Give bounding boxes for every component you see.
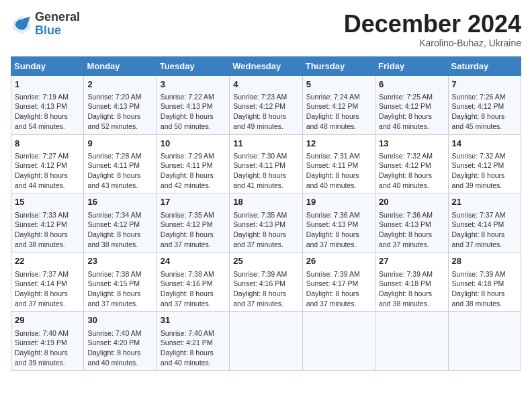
calendar-cell: 27Sunrise: 7:39 AMSunset: 4:18 PMDayligh…	[375, 253, 448, 312]
day-number: 4	[233, 79, 298, 91]
day-info: Sunrise: 7:32 AMSunset: 4:12 PMDaylight:…	[452, 151, 517, 191]
day-info: Sunrise: 7:37 AMSunset: 4:14 PMDaylight:…	[452, 210, 517, 250]
day-info: Sunrise: 7:33 AMSunset: 4:12 PMDaylight:…	[15, 210, 80, 250]
calendar-week-row: 1Sunrise: 7:19 AMSunset: 4:13 PMDaylight…	[11, 75, 521, 134]
day-info: Sunrise: 7:31 AMSunset: 4:11 PMDaylight:…	[306, 151, 371, 191]
calendar-cell: 2Sunrise: 7:20 AMSunset: 4:13 PMDaylight…	[84, 75, 157, 134]
location-subtitle: Karolino-Buhaz, Ukraine	[344, 38, 521, 48]
calendar-cell: 10Sunrise: 7:29 AMSunset: 4:11 PMDayligh…	[157, 134, 229, 193]
calendar-cell: 5Sunrise: 7:24 AMSunset: 4:12 PMDaylight…	[302, 75, 375, 134]
day-number: 29	[15, 314, 80, 326]
day-number: 19	[306, 196, 371, 208]
calendar-cell	[448, 312, 521, 371]
day-number: 8	[15, 138, 80, 150]
day-info: Sunrise: 7:35 AMSunset: 4:13 PMDaylight:…	[233, 210, 298, 250]
weekday-header: Sunday	[11, 56, 84, 75]
day-info: Sunrise: 7:36 AMSunset: 4:13 PMDaylight:…	[379, 210, 444, 250]
logo-text: General Blue	[35, 11, 80, 38]
day-info: Sunrise: 7:38 AMSunset: 4:16 PMDaylight:…	[161, 269, 226, 309]
day-number: 26	[306, 255, 371, 267]
calendar-cell: 28Sunrise: 7:39 AMSunset: 4:18 PMDayligh…	[448, 253, 521, 312]
day-number: 30	[87, 314, 152, 326]
weekday-row: SundayMondayTuesdayWednesdayThursdayFrid…	[11, 56, 521, 75]
calendar-body: 1Sunrise: 7:19 AMSunset: 4:13 PMDaylight…	[11, 75, 521, 371]
day-number: 13	[379, 138, 444, 150]
day-number: 20	[379, 196, 444, 208]
calendar-week-row: 22Sunrise: 7:37 AMSunset: 4:14 PMDayligh…	[11, 253, 521, 312]
calendar-cell: 23Sunrise: 7:38 AMSunset: 4:15 PMDayligh…	[84, 253, 157, 312]
day-number: 14	[452, 138, 517, 150]
day-info: Sunrise: 7:30 AMSunset: 4:11 PMDaylight:…	[233, 151, 298, 191]
day-info: Sunrise: 7:39 AMSunset: 4:18 PMDaylight:…	[452, 269, 517, 309]
calendar-cell: 16Sunrise: 7:34 AMSunset: 4:12 PMDayligh…	[84, 193, 157, 253]
day-info: Sunrise: 7:39 AMSunset: 4:18 PMDaylight:…	[379, 269, 444, 309]
calendar-cell: 17Sunrise: 7:35 AMSunset: 4:12 PMDayligh…	[157, 193, 229, 253]
calendar-table: SundayMondayTuesdayWednesdayThursdayFrid…	[11, 56, 521, 371]
day-info: Sunrise: 7:29 AMSunset: 4:11 PMDaylight:…	[161, 151, 226, 191]
day-number: 18	[233, 196, 298, 208]
calendar-cell: 14Sunrise: 7:32 AMSunset: 4:12 PMDayligh…	[448, 134, 521, 193]
day-info: Sunrise: 7:27 AMSunset: 4:12 PMDaylight:…	[15, 151, 80, 191]
calendar-cell: 1Sunrise: 7:19 AMSunset: 4:13 PMDaylight…	[11, 75, 84, 134]
calendar-cell: 11Sunrise: 7:30 AMSunset: 4:11 PMDayligh…	[230, 134, 302, 193]
month-title: December 2024	[344, 11, 521, 38]
day-number: 24	[161, 255, 226, 267]
logo: General Blue	[11, 11, 80, 38]
day-number: 9	[87, 138, 152, 150]
calendar-cell: 12Sunrise: 7:31 AMSunset: 4:11 PMDayligh…	[302, 134, 375, 193]
calendar-week-row: 15Sunrise: 7:33 AMSunset: 4:12 PMDayligh…	[11, 193, 521, 253]
calendar-cell: 19Sunrise: 7:36 AMSunset: 4:13 PMDayligh…	[302, 193, 375, 253]
day-number: 12	[306, 138, 371, 150]
day-info: Sunrise: 7:19 AMSunset: 4:13 PMDaylight:…	[15, 92, 80, 132]
day-info: Sunrise: 7:34 AMSunset: 4:12 PMDaylight:…	[87, 210, 152, 250]
day-info: Sunrise: 7:39 AMSunset: 4:17 PMDaylight:…	[306, 269, 371, 309]
calendar-cell: 21Sunrise: 7:37 AMSunset: 4:14 PMDayligh…	[448, 193, 521, 253]
day-info: Sunrise: 7:25 AMSunset: 4:12 PMDaylight:…	[379, 92, 444, 132]
day-number: 22	[15, 255, 80, 267]
day-info: Sunrise: 7:26 AMSunset: 4:12 PMDaylight:…	[452, 92, 517, 132]
calendar-week-row: 29Sunrise: 7:40 AMSunset: 4:19 PMDayligh…	[11, 312, 521, 371]
weekday-header: Thursday	[302, 56, 375, 75]
calendar-cell: 9Sunrise: 7:28 AMSunset: 4:11 PMDaylight…	[84, 134, 157, 193]
day-number: 10	[161, 138, 226, 150]
calendar-cell: 8Sunrise: 7:27 AMSunset: 4:12 PMDaylight…	[11, 134, 84, 193]
weekday-header: Tuesday	[157, 56, 229, 75]
day-number: 16	[87, 196, 152, 208]
day-number: 25	[233, 255, 298, 267]
day-info: Sunrise: 7:38 AMSunset: 4:15 PMDaylight:…	[87, 269, 152, 309]
day-number: 27	[379, 255, 444, 267]
calendar-cell: 15Sunrise: 7:33 AMSunset: 4:12 PMDayligh…	[11, 193, 84, 253]
day-info: Sunrise: 7:40 AMSunset: 4:21 PMDaylight:…	[161, 328, 226, 368]
day-info: Sunrise: 7:23 AMSunset: 4:12 PMDaylight:…	[233, 92, 298, 132]
calendar-cell: 18Sunrise: 7:35 AMSunset: 4:13 PMDayligh…	[230, 193, 302, 253]
calendar-cell: 30Sunrise: 7:40 AMSunset: 4:20 PMDayligh…	[84, 312, 157, 371]
day-number: 15	[15, 196, 80, 208]
day-info: Sunrise: 7:24 AMSunset: 4:12 PMDaylight:…	[306, 92, 371, 132]
weekday-header: Wednesday	[230, 56, 302, 75]
day-number: 7	[452, 79, 517, 91]
day-info: Sunrise: 7:28 AMSunset: 4:11 PMDaylight:…	[87, 151, 152, 191]
day-number: 23	[87, 255, 152, 267]
calendar-week-row: 8Sunrise: 7:27 AMSunset: 4:12 PMDaylight…	[11, 134, 521, 193]
page-header: General Blue December 2024 Karolino-Buha…	[11, 11, 521, 48]
day-info: Sunrise: 7:37 AMSunset: 4:14 PMDaylight:…	[15, 269, 80, 309]
day-number: 11	[233, 138, 298, 150]
calendar-cell: 26Sunrise: 7:39 AMSunset: 4:17 PMDayligh…	[302, 253, 375, 312]
calendar-cell: 7Sunrise: 7:26 AMSunset: 4:12 PMDaylight…	[448, 75, 521, 134]
day-number: 28	[452, 255, 517, 267]
day-number: 31	[161, 314, 226, 326]
title-block: December 2024 Karolino-Buhaz, Ukraine	[344, 11, 521, 48]
calendar-cell: 4Sunrise: 7:23 AMSunset: 4:12 PMDaylight…	[230, 75, 302, 134]
day-info: Sunrise: 7:35 AMSunset: 4:12 PMDaylight:…	[161, 210, 226, 250]
day-number: 3	[161, 79, 226, 91]
day-info: Sunrise: 7:20 AMSunset: 4:13 PMDaylight:…	[87, 92, 152, 132]
calendar-header: SundayMondayTuesdayWednesdayThursdayFrid…	[11, 56, 521, 75]
calendar-cell: 22Sunrise: 7:37 AMSunset: 4:14 PMDayligh…	[11, 253, 84, 312]
calendar-cell	[375, 312, 448, 371]
calendar-cell	[302, 312, 375, 371]
day-info: Sunrise: 7:40 AMSunset: 4:20 PMDaylight:…	[87, 328, 152, 368]
day-number: 1	[15, 79, 80, 91]
weekday-header: Friday	[375, 56, 448, 75]
day-info: Sunrise: 7:39 AMSunset: 4:16 PMDaylight:…	[233, 269, 298, 309]
calendar-cell: 20Sunrise: 7:36 AMSunset: 4:13 PMDayligh…	[375, 193, 448, 253]
